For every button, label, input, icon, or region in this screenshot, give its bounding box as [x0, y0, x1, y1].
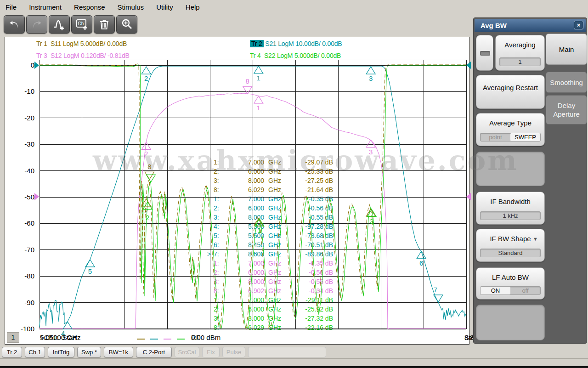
- menu-instrument[interactable]: Instrument: [29, 3, 62, 11]
- close-icon[interactable]: ×: [574, 21, 583, 29]
- status-button-tr-2[interactable]: Tr 2: [2, 347, 22, 357]
- panel-title[interactable]: Avg BW: [475, 19, 586, 32]
- tab-smoothing[interactable]: Smoothing: [546, 72, 587, 93]
- legend-dash-tr4: [177, 339, 185, 340]
- y-axis-tick-label: -40: [11, 166, 34, 176]
- undo-button[interactable]: [4, 15, 25, 34]
- status-button-srccal: SrcCal: [175, 347, 199, 357]
- if-bw-shape-button[interactable]: IF BW Shape ▼ Standard: [476, 229, 545, 262]
- average-type-point[interactable]: point: [481, 133, 510, 141]
- if-bandwidth-button[interactable]: IF Bandwidth 1 kHz: [476, 192, 545, 225]
- chevron-down-icon: ▼: [533, 236, 538, 242]
- trace-id: Tr 3: [36, 52, 47, 59]
- menu-utility[interactable]: Utility: [156, 3, 173, 11]
- stimulus-row: >Ch1: Start 5.05000 GHz RF 0.00 dBm Stop…: [5, 334, 470, 345]
- marker-8-label: 8: [246, 77, 249, 85]
- averaging-led: [480, 51, 490, 56]
- y-axis-tick-label: -90: [11, 298, 34, 307]
- marker-7-label: 7: [434, 286, 437, 294]
- y-axis-tick-label: -70: [11, 245, 34, 255]
- lf-auto-bw-button[interactable]: LF Auto BW ON off: [476, 267, 545, 300]
- marker-3-label: 3: [369, 74, 373, 82]
- marker-3-label: 3: [369, 148, 373, 156]
- marker-1-triangle: [254, 96, 263, 103]
- toolbar: Ch: [4, 15, 137, 34]
- marker-8-label: 8: [147, 163, 151, 170]
- legend-dash-tr2: [150, 339, 158, 340]
- marker-8-triangle: [145, 172, 154, 179]
- marker-8-triangle: [243, 86, 252, 94]
- marker-2-triangle: [141, 142, 151, 149]
- marker-5-label: 5: [88, 267, 92, 275]
- trace-label-tr2[interactable]: Tr 2 S21 LogM 10.00dB/ 0.00dB: [250, 40, 342, 47]
- y-axis-tick-label: -80: [11, 272, 34, 281]
- status-button-bw-1k[interactable]: BW=1k: [104, 347, 133, 357]
- legend-dash-tr1: [137, 339, 145, 340]
- zoom-icon: [120, 18, 133, 31]
- marker-3-triangle: [366, 67, 375, 74]
- add-channel-button[interactable]: Ch: [71, 15, 92, 34]
- y-axis-tick-label: -50: [11, 192, 34, 202]
- average-type-toggle[interactable]: point SWEEP: [480, 133, 541, 142]
- if-bandwidth-value: 1 kHz: [480, 211, 541, 220]
- marker-2-label: 2: [144, 150, 148, 158]
- legend-dash-tr3: [164, 339, 171, 340]
- lf-auto-bw-label: LF Auto BW: [476, 273, 544, 281]
- menu-stimulus[interactable]: Stimulus: [118, 3, 144, 11]
- trace-params: S11 LogM 5.000dB/ 0.00dB: [51, 40, 127, 47]
- zoom-button[interactable]: [116, 15, 137, 34]
- ref-arrow-left-s12: [34, 193, 39, 200]
- menu-file[interactable]: File: [6, 3, 17, 11]
- average-type-label: Average Type: [476, 119, 544, 127]
- redo-button[interactable]: [26, 15, 47, 34]
- status-button-inttrig[interactable]: IntTrig: [48, 347, 74, 357]
- status-button-swp-[interactable]: Swp *: [77, 347, 101, 357]
- ref-arrow-right-s21: [466, 62, 471, 69]
- tab-delay-aperture[interactable]: Delay Aperture: [546, 95, 587, 125]
- y-axis-tick-label: 0: [11, 61, 34, 70]
- averaging-toggle-button[interactable]: [476, 35, 493, 71]
- averaging-restart-button[interactable]: Averaging Restart: [476, 75, 545, 109]
- lf-auto-bw-toggle[interactable]: ON off: [480, 286, 541, 295]
- trash-icon: [98, 18, 111, 31]
- status-button-c-2-port[interactable]: C 2-Port: [136, 347, 172, 357]
- ref-arrow-left-s21: [34, 62, 39, 69]
- trace-params: S12 LogM 0.120dB/ -0.81dB: [51, 52, 130, 59]
- y-axis-tick-label: -10: [11, 87, 34, 96]
- if-bw-shape-value: Standard: [480, 249, 541, 257]
- lf-auto-bw-off[interactable]: off: [510, 287, 540, 294]
- delete-button[interactable]: [94, 15, 115, 34]
- marker-2-triangle: [141, 67, 151, 74]
- marker-1-label: 1: [258, 226, 261, 234]
- trace-params: S21 LogM 10.00dB/ 0.00dB: [265, 40, 342, 47]
- y-axis-tick-label: -60: [11, 219, 34, 228]
- marker-3-label: 3: [370, 217, 373, 225]
- trace-label-tr4[interactable]: Tr 4 S22 LogM 5.000dB/ 0.00dB: [250, 52, 341, 59]
- menu-help[interactable]: Help: [186, 3, 200, 11]
- averaging-restart-label: Averaging Restart: [476, 83, 544, 92]
- if-bandwidth-label: IF Bandwidth: [476, 198, 544, 205]
- plot-area[interactable]: 1234567123882213: [40, 60, 466, 329]
- menu-response[interactable]: Response: [74, 3, 105, 11]
- grid: [40, 60, 466, 329]
- marker-6-label: 6: [419, 259, 423, 267]
- status-bar: Tr 2Ch 1IntTrigSwp *BW=1kC 2-PortSrcCalF…: [0, 346, 470, 358]
- avg-bw-panel: Avg BW × Averaging 1 Averaging Restart A…: [473, 17, 587, 344]
- trace-id-selected: Tr 2: [250, 40, 264, 47]
- average-type-sweep[interactable]: SWEEP: [510, 133, 540, 141]
- trace-label-tr3[interactable]: Tr 3 S12 LogM 0.120dB/ -0.81dB: [36, 52, 130, 59]
- lf-auto-bw-on[interactable]: ON: [481, 287, 510, 294]
- averaging-button[interactable]: Averaging 1: [495, 35, 545, 71]
- tab-main[interactable]: Main: [546, 34, 587, 65]
- add-trace-icon: [52, 18, 66, 31]
- add-trace-button[interactable]: [49, 15, 70, 34]
- marker-1-label: 1: [257, 104, 260, 112]
- redo-icon: [30, 18, 43, 30]
- average-type-button[interactable]: Average Type point SWEEP: [476, 113, 545, 146]
- marker-1-label: 1: [257, 74, 260, 82]
- status-button-blank: [248, 347, 326, 357]
- status-button-ch-1[interactable]: Ch 1: [25, 347, 45, 357]
- averaging-value: 1: [499, 57, 541, 66]
- marker-1-triangle: [254, 66, 263, 74]
- trace-label-tr1[interactable]: Tr 1 S11 LogM 5.000dB/ 0.00dB: [36, 40, 127, 47]
